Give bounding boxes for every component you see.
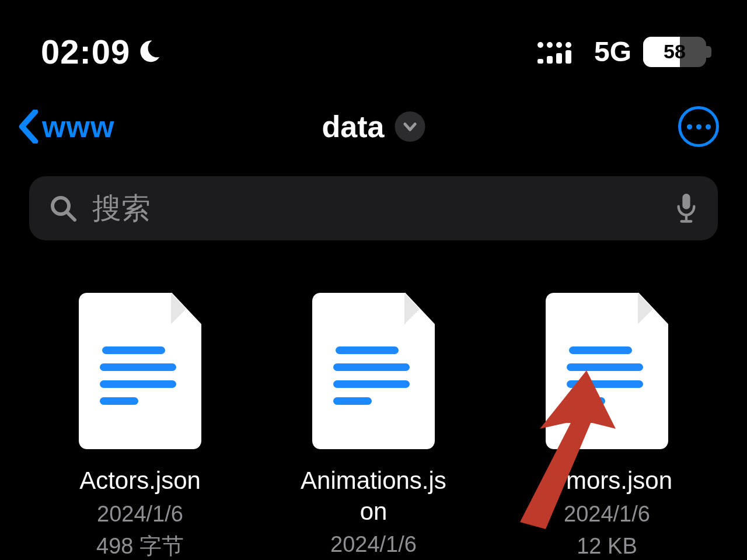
dual-sim-signal-icon: [536, 39, 582, 65]
status-right: 5G 58: [536, 36, 706, 68]
svg-point-3: [566, 42, 571, 48]
search-placeholder: 搜索: [92, 189, 659, 228]
nav-bar: www data: [0, 94, 747, 164]
file-name: Animations.json: [298, 466, 449, 527]
network-type: 5G: [594, 36, 631, 68]
folder-title: data: [322, 109, 385, 144]
file-name: Actors.json: [79, 466, 201, 496]
document-icon: [546, 293, 668, 449]
battery-indicator: 58: [643, 37, 706, 67]
svg-rect-6: [556, 53, 562, 64]
file-item-animations[interactable]: Animations.json 2024/1/6: [298, 293, 449, 560]
search-field[interactable]: 搜索: [29, 176, 718, 240]
back-button[interactable]: www: [19, 109, 114, 144]
file-size: 12 KB: [577, 532, 637, 560]
svg-point-2: [556, 42, 562, 48]
ellipsis-icon: [687, 124, 692, 130]
file-item-armors[interactable]: Armors.json 2024/1/6 12 KB: [531, 293, 683, 560]
chevron-down-icon: [395, 111, 425, 142]
file-date: 2024/1/6: [564, 500, 650, 528]
battery-percent: 58: [643, 37, 706, 67]
document-icon: [79, 293, 201, 449]
microphone-icon[interactable]: [675, 192, 698, 225]
file-date: 2024/1/6: [97, 500, 183, 528]
svg-point-0: [537, 42, 543, 48]
folder-title-dropdown[interactable]: data: [322, 109, 425, 144]
status-time: 02:09: [41, 32, 130, 71]
status-left: 02:09: [41, 32, 164, 71]
document-icon: [312, 293, 435, 449]
svg-rect-4: [537, 59, 543, 64]
svg-point-1: [547, 42, 553, 48]
svg-rect-7: [566, 50, 571, 64]
chevron-left-icon: [19, 110, 39, 144]
file-name: Armors.json: [542, 466, 672, 496]
do-not-disturb-icon: [138, 39, 164, 65]
svg-line-9: [67, 212, 75, 220]
file-size: 498 字节: [96, 532, 184, 560]
status-bar: 02:09 5G 58: [0, 0, 747, 94]
more-options-button[interactable]: [678, 106, 719, 147]
file-item-actors[interactable]: Actors.json 2024/1/6 498 字节: [64, 293, 216, 560]
search-icon: [49, 194, 77, 222]
svg-rect-10: [682, 194, 690, 209]
file-date: 2024/1/6: [330, 530, 417, 559]
back-label: www: [42, 109, 114, 144]
svg-rect-5: [547, 56, 553, 64]
file-grid: Actors.json 2024/1/6 498 字节 Animations.j…: [0, 240, 747, 560]
